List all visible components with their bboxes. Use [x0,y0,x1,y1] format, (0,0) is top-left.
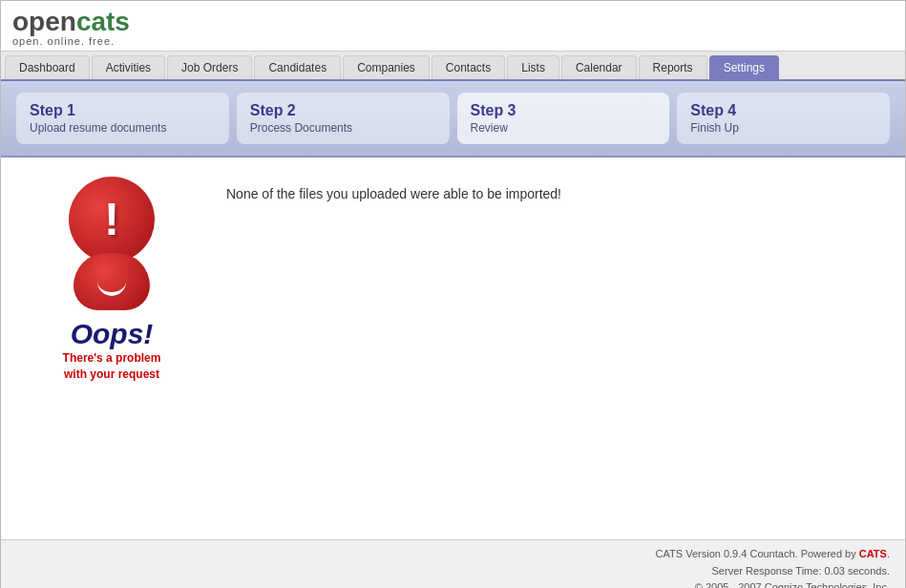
step-box-step-3: Step 3Review [457,93,670,144]
error-message: None of the files you uploaded were able… [226,177,561,201]
nav-tab-calendar[interactable]: Calendar [561,55,637,79]
footer-version-text: CATS Version 0.9.4 Countach. Powered by [656,548,859,559]
logo: opencats open. online. free. [12,9,894,47]
oops-sub-line2: with your request [64,368,159,381]
logo-tagline: open. online. free. [12,36,894,47]
nav-tab-reports[interactable]: Reports [639,55,707,79]
step-title: Step 3 [471,102,657,119]
step-subtitle: Process Documents [250,121,436,135]
footer-cats-link[interactable]: CATS [859,548,887,559]
step-subtitle: Review [471,121,657,135]
footer: CATS Version 0.9.4 Countach. Powered by … [1,539,905,588]
logo-cats: cats [76,9,130,35]
footer-response-time: Server Response Time: 0.03 seconds. [16,563,890,580]
oops-body [74,253,150,310]
steps-bar: Step 1Upload resume documentsStep 2Proce… [1,81,905,158]
nav-tab-activities[interactable]: Activities [92,55,165,79]
nav-tab-companies[interactable]: Companies [343,55,430,79]
step-box-step-2: Step 2Process Documents [237,93,450,144]
step-box-step-1: Step 1Upload resume documents [16,93,229,144]
nav-tab-dashboard[interactable]: Dashboard [5,55,90,79]
nav-tab-job-orders[interactable]: Job Orders [167,55,252,79]
oops-smile [97,282,126,296]
error-text: None of the files you uploaded were able… [226,186,561,201]
nav-tab-settings[interactable]: Settings [709,55,779,79]
content-area: ! Oops! There's a problem with your requ… [1,158,905,492]
step-subtitle: Upload resume documents [30,121,216,135]
main-content: Step 1Upload resume documentsStep 2Proce… [1,81,905,539]
exclamation-icon: ! [104,197,119,242]
step-box-step-4: Step 4Finish Up [677,93,890,144]
step-title: Step 1 [30,102,216,119]
nav-tab-candidates[interactable]: Candidates [254,55,341,79]
nav-tab-contacts[interactable]: Contacts [432,55,505,79]
oops-image: ! Oops! There's a problem with your requ… [16,177,207,383]
navigation: DashboardActivitiesJob OrdersCandidatesC… [1,52,905,81]
footer-version: CATS Version 0.9.4 Countach. Powered by … [16,546,890,563]
step-title: Step 2 [250,102,436,119]
step-subtitle: Finish Up [690,121,876,135]
oops-head: ! [69,177,155,262]
oops-sub-line1: There's a problem [63,351,161,365]
logo-open: open [12,9,76,35]
footer-copyright: © 2005 - 2007 Cognizo Technologies, Inc. [16,579,890,588]
oops-text: Oops! [71,318,154,350]
step-title: Step 4 [690,102,876,119]
header: opencats open. online. free. [1,1,905,52]
oops-subtitle: There's a problem with your request [63,350,161,383]
nav-tab-lists[interactable]: Lists [507,55,559,79]
oops-figure: ! [54,177,169,310]
